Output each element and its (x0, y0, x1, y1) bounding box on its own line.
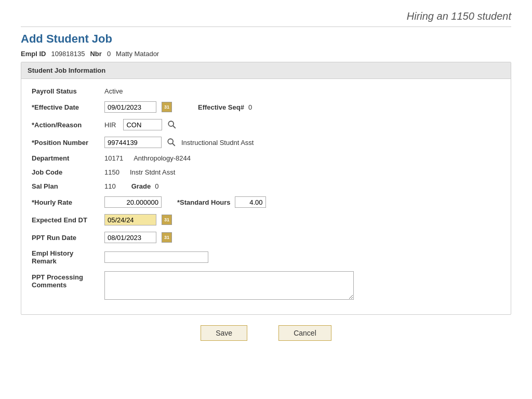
grade-group: Grade 0 (131, 182, 159, 190)
empl-history-remark-input[interactable] (104, 251, 208, 263)
ppt-processing-comments-label: PPT Processing Comments (32, 273, 99, 289)
payroll-status-value: Active (104, 87, 123, 95)
search-icon (167, 120, 177, 129)
standard-hours-group: *Standard Hours (177, 196, 266, 208)
empl-history-remark-label: Empl History Remark (32, 249, 99, 265)
empl-info-row: Empl ID 109818135 Nbr 0 Matty Matador (21, 50, 511, 58)
hiring-title: Hiring an 1150 student (407, 10, 511, 22)
ppt-processing-comments-textarea[interactable] (104, 271, 354, 300)
department-row: Department 10171 Anthropology-8244 (32, 154, 500, 162)
empl-history-remark-row: Empl History Remark (32, 249, 500, 265)
expected-end-dt-input[interactable] (104, 214, 156, 225)
effective-date-label: *Effective Date (32, 103, 99, 111)
calendar-icon: 31 (164, 104, 169, 110)
job-code-row: Job Code 1150 Instr Stdnt Asst (32, 168, 500, 176)
page-header: Hiring an 1150 student (21, 10, 511, 27)
hourly-rate-row: *Hourly Rate *Standard Hours (32, 196, 500, 208)
standard-hours-input[interactable] (235, 196, 266, 208)
hourly-rate-input[interactable] (104, 196, 162, 208)
effective-date-calendar-btn[interactable]: 31 (162, 102, 172, 112)
expected-calendar-icon: 31 (164, 217, 169, 222)
department-value: 10171 (104, 154, 123, 162)
action-reason-search-btn[interactable] (167, 120, 177, 129)
job-code-value: 1150 (104, 168, 119, 176)
grade-value: 0 (155, 182, 158, 190)
effective-date-input[interactable] (104, 101, 156, 113)
nbr-value: 0 (107, 50, 111, 58)
sal-plan-value: 110 (104, 182, 116, 190)
form-body: Payroll Status Active *Effective Date 31… (21, 79, 511, 314)
hourly-rate-label: *Hourly Rate (32, 198, 99, 206)
student-job-form: Student Job Information Payroll Status A… (21, 62, 511, 315)
ppt-run-date-label: PPT Run Date (32, 234, 99, 242)
effective-seq-group: Effective Seq# 0 (198, 103, 252, 111)
position-search-btn[interactable] (167, 138, 176, 147)
payroll-status-row: Payroll Status Active (32, 87, 500, 95)
job-code-label: Job Code (32, 168, 99, 176)
buttons-row: Save Cancel (21, 325, 511, 341)
job-code-desc: Instr Stdnt Asst (130, 168, 175, 176)
grade-label: Grade (131, 182, 151, 190)
standard-hours-label: *Standard Hours (177, 198, 231, 206)
department-desc: Anthropology-8244 (134, 154, 191, 162)
empl-id-value: 109818135 (51, 50, 85, 58)
effective-date-row: *Effective Date 31 Effective Seq# 0 (32, 101, 500, 113)
ppt-processing-comments-row: PPT Processing Comments (32, 271, 500, 300)
form-section-title: Student Job Information (21, 62, 511, 79)
expected-end-dt-label: Expected End DT (32, 216, 99, 224)
svg-line-1 (174, 126, 176, 128)
action-reason-label: *Action/Reason (32, 121, 99, 129)
expected-end-dt-calendar-btn[interactable]: 31 (162, 215, 172, 225)
action-reason-row: *Action/Reason HIR (32, 119, 500, 130)
action-reason-hir: HIR (104, 121, 116, 129)
position-number-desc: Instructional Studnt Asst (181, 139, 254, 147)
expected-end-dt-row: Expected End DT 31 (32, 214, 500, 225)
nbr-label: Nbr (90, 50, 101, 58)
ppt-run-date-row: PPT Run Date 31 (32, 232, 500, 243)
payroll-status-label: Payroll Status (32, 87, 99, 95)
save-button[interactable]: Save (201, 325, 247, 341)
sal-plan-row: Sal Plan 110 Grade 0 (32, 182, 500, 190)
ppt-run-date-input[interactable] (104, 232, 156, 243)
sal-plan-label: Sal Plan (32, 182, 99, 190)
effective-seq-value: 0 (248, 103, 252, 111)
position-number-label: *Position Number (32, 139, 99, 147)
empl-id-label: Empl ID (21, 50, 46, 58)
position-number-input[interactable] (104, 137, 162, 148)
cancel-button[interactable]: Cancel (278, 325, 331, 341)
page-title: Add Student Job (21, 32, 511, 46)
position-search-icon (167, 138, 176, 147)
effective-seq-label: Effective Seq# (198, 103, 244, 111)
department-label: Department (32, 154, 99, 162)
ppt-calendar-icon: 31 (164, 235, 169, 240)
ppt-run-date-calendar-btn[interactable]: 31 (162, 232, 172, 243)
svg-line-3 (172, 143, 175, 145)
action-reason-con-input[interactable] (123, 119, 162, 130)
position-number-row: *Position Number Instructional Studnt As… (32, 137, 500, 148)
employee-name: Matty Matador (116, 50, 159, 58)
